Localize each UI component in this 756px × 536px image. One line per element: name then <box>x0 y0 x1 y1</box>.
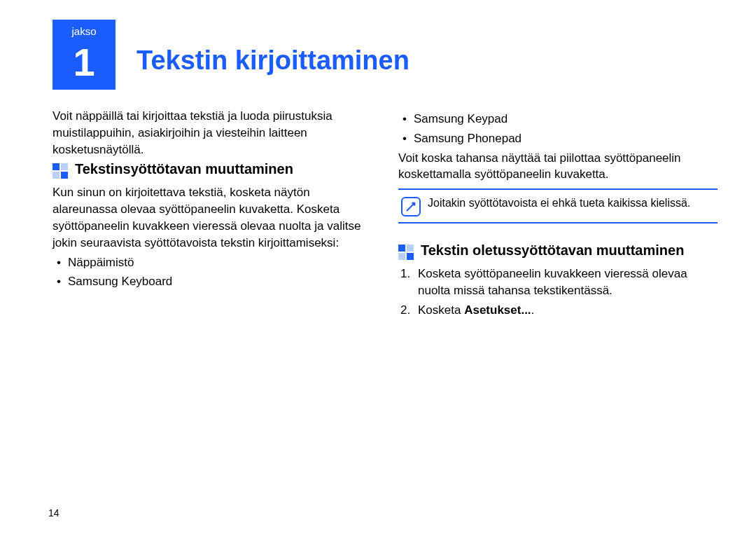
input-methods-list-left: Näppäimistö Samsung Keyboard <box>52 254 372 291</box>
content-columns: Voit näppäillä tai kirjoittaa tekstiä ja… <box>52 108 718 322</box>
list-item: Samsung Keypad <box>398 111 718 128</box>
section-title: Tekstin oletussyöttötavan muuttaminen <box>421 242 684 259</box>
section-heading-input-method: Tekstinsyöttötavan muuttaminen <box>52 160 372 179</box>
intro-paragraph: Voit näppäillä tai kirjoittaa tekstiä ja… <box>52 108 372 158</box>
step-1: Kosketa syöttöpaneelin kuvakkeen vieress… <box>414 266 718 299</box>
step-2-prefix: Kosketa <box>418 303 464 317</box>
list-item: Samsung Keyboard <box>52 273 372 290</box>
note-text: Joitakin syöttötavoista ei ehkä tueta ka… <box>428 195 715 211</box>
section-heading-default-input: Tekstin oletussyöttötavan muuttaminen <box>398 242 718 260</box>
chapter-title: Tekstin kirjoittaminen <box>136 42 410 79</box>
page-number: 14 <box>48 507 59 521</box>
step-2: Kosketa Asetukset.... <box>414 302 718 319</box>
step-2-period: . <box>531 303 535 317</box>
list-item: Samsung Phonepad <box>398 130 718 147</box>
note-box: Joitakin syöttötavoista ei ehkä tueta ka… <box>398 188 718 224</box>
right-column: Samsung Keypad Samsung Phonepad Voit kos… <box>398 108 718 322</box>
list-item: Näppäimistö <box>52 254 372 271</box>
input-methods-list-right: Samsung Keypad Samsung Phonepad <box>398 111 718 147</box>
chapter-number: 1 <box>52 39 115 82</box>
section-bullet-icon <box>52 163 68 179</box>
step-2-bold: Asetukset... <box>464 303 531 317</box>
chapter-label: jakso <box>52 20 115 39</box>
section1-body: Kun sinun on kirjoitettava tekstiä, kosk… <box>52 184 372 251</box>
steps-list: Kosketa syöttöpaneelin kuvakkeen vieress… <box>414 266 718 318</box>
left-column: Voit näppäillä tai kirjoittaa tekstiä ja… <box>52 108 372 322</box>
right-body: Voit koska tahansa näyttää tai piilottaa… <box>398 150 718 184</box>
section-bullet-icon <box>398 245 414 260</box>
note-icon <box>401 197 421 217</box>
chapter-badge: jakso 1 <box>52 20 115 90</box>
section-title: Tekstinsyöttötavan muuttaminen <box>75 160 293 177</box>
